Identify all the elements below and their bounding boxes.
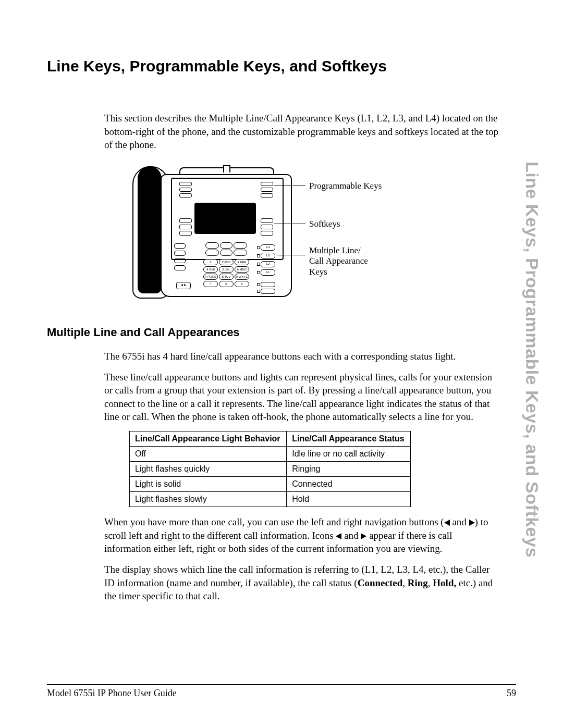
- nav-right-icon: [361, 533, 366, 539]
- light-behavior-table: Line/Call Appearance Light Behavior Line…: [129, 431, 411, 507]
- nav-left-icon: [336, 533, 341, 539]
- programmable-keys-right: [261, 182, 273, 198]
- extra-keys: [261, 282, 275, 294]
- nav-right-icon: [469, 520, 475, 526]
- table-row: Light flashes slowly Hold: [130, 492, 411, 507]
- body-2: The 6755i has 4 hard line/call appearanc…: [104, 350, 500, 603]
- phone-outline: ◂ ▸ 1 2 ABC 3 DEF 4 GHI 5 JKL 6 MNO 7 PQ…: [129, 166, 291, 297]
- softkeys-left: [179, 218, 192, 236]
- nav-dpad: [205, 242, 247, 256]
- paragraph-4: The display shows which line the call in…: [104, 563, 500, 603]
- subsection-heading: Multiple Line and Call Appearances: [47, 326, 516, 339]
- table-header-row: Line/Call Appearance Light Behavior Line…: [130, 431, 411, 447]
- phone-diagram: ◂ ▸ 1 2 ABC 3 DEF 4 GHI 5 JKL 6 MNO 7 PQ…: [129, 166, 452, 301]
- side-section-title: Line Keys, Programmable Keys, and Softke…: [522, 162, 542, 558]
- phone-display: [194, 203, 256, 234]
- body: This section describes the Multiple Line…: [104, 112, 500, 301]
- programmable-keys-left: [179, 182, 192, 198]
- nav-left-icon: [444, 520, 450, 526]
- section-heading: Line Keys, Programmable Keys, and Softke…: [47, 57, 516, 75]
- line-key-l3: L3: [261, 253, 275, 259]
- paragraph-3: When you have more than one call, you ca…: [104, 515, 500, 556]
- footer-doc-title: Model 6755i IP Phone User Guide: [47, 688, 177, 699]
- dial-keypad: 1 2 ABC 3 DEF 4 GHI 5 JKL 6 MNO 7 PQRS 8…: [203, 259, 249, 287]
- th-behavior: Line/Call Appearance Light Behavior: [130, 431, 287, 447]
- page-footer: Model 6755i IP Phone User Guide 59: [47, 684, 516, 699]
- paragraph-1: The 6755i has 4 hard line/call appearanc…: [104, 350, 500, 363]
- label-softkeys: Softkeys: [309, 219, 340, 229]
- table-row: Light is solid Connected: [130, 477, 411, 492]
- page: Line Keys, Programmable Keys, and Softke…: [0, 0, 563, 728]
- intro-paragraph: This section describes the Multiple Line…: [104, 112, 500, 152]
- softkeys-right: [261, 218, 273, 236]
- label-programmable-keys: Programmable Keys: [309, 181, 382, 191]
- line-key-l2: L2: [261, 261, 275, 267]
- feature-keys: [174, 243, 186, 270]
- volume-rocker: ◂ ▸: [176, 282, 191, 289]
- table-row: Off Idle line or no call activity: [130, 447, 411, 462]
- line-key-l4: L4: [261, 244, 275, 251]
- paragraph-2: These line/call appearance buttons and l…: [104, 371, 500, 424]
- th-status: Line/Call Appearance Status: [287, 431, 411, 447]
- table-row: Light flashes quickly Ringing: [130, 462, 411, 477]
- footer-page-number: 59: [507, 688, 516, 699]
- label-multiline-keys: Multiple Line/ Call Appearance Keys: [309, 245, 393, 277]
- line-keys-group: L4 L3 L2 L1: [261, 244, 275, 276]
- line-key-l1: L1: [261, 269, 275, 276]
